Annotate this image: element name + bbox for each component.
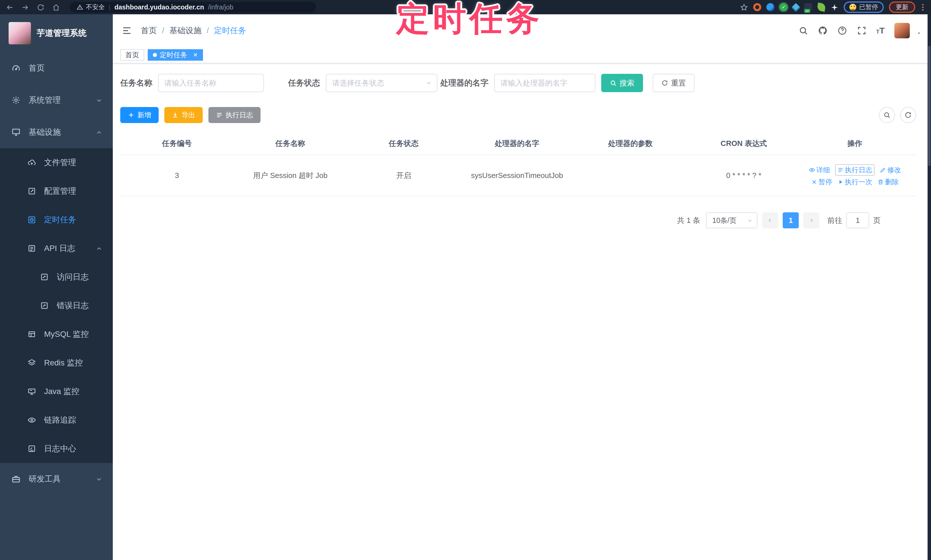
exec-log-button[interactable]: 执行日志: [208, 107, 260, 123]
fullscreen-icon[interactable]: [857, 26, 866, 35]
github-icon[interactable]: [818, 26, 828, 35]
close-icon[interactable]: ✕: [193, 51, 198, 58]
extension-switch-icon[interactable]: on: [804, 3, 812, 11]
export-button-label: 导出: [182, 111, 195, 120]
toggle-search-button[interactable]: [879, 107, 895, 123]
monitor-icon: [11, 128, 21, 137]
chevron-down-icon: [96, 97, 102, 104]
col-cron: CRON 表达式: [687, 138, 800, 149]
job-status-select[interactable]: 请选择任务状态: [326, 74, 438, 92]
extension-sparkle-icon[interactable]: [831, 3, 839, 11]
row-exec-log-link[interactable]: 执行日志: [835, 164, 875, 176]
sidebar-item-home[interactable]: 首页: [0, 52, 113, 84]
sidebar-item-config-manage[interactable]: 配置管理: [0, 177, 113, 205]
sidebar-item-redis-monitor[interactable]: Redis 监控: [0, 349, 113, 377]
edit-link[interactable]: 修改: [880, 164, 901, 176]
delete-link[interactable]: 删除: [877, 177, 899, 186]
browser-forward-icon[interactable]: [21, 3, 29, 11]
sidebar-item-trace[interactable]: 链路追踪: [0, 406, 113, 434]
close-icon: [811, 179, 817, 185]
sidebar-item-system[interactable]: 系统管理: [0, 84, 113, 116]
refresh-table-button[interactable]: [900, 107, 916, 123]
tab-label: 首页: [125, 50, 139, 60]
sidebar-collapse-icon[interactable]: [122, 26, 132, 35]
address-bar[interactable]: 不安全 | dashboard.yudao.iocoder.cn/infra/j…: [70, 2, 316, 12]
sidebar-item-java-monitor[interactable]: Java 监控: [0, 377, 113, 406]
pause-link[interactable]: 暂停: [811, 177, 832, 186]
handler-name-input[interactable]: [494, 74, 595, 92]
breadcrumb-infra[interactable]: 基础设施: [170, 25, 202, 36]
search-button-label: 搜索: [620, 78, 634, 88]
page-number-1[interactable]: 1: [783, 212, 799, 228]
prev-page-button[interactable]: [762, 212, 778, 228]
help-icon[interactable]: [837, 26, 847, 35]
chevron-right-icon: [808, 217, 814, 223]
recorder-paused-badge[interactable]: 已暂停: [844, 2, 884, 13]
extension-orange-icon[interactable]: [753, 3, 761, 11]
browser-extensions-area: ✓ on 已暂停 更新: [740, 2, 925, 13]
cell-actions: 详细 执行日志 修改 暂停 执行一次 删除: [800, 163, 909, 188]
chrome-update-button[interactable]: 更新: [889, 2, 915, 13]
refresh-icon: [661, 80, 668, 86]
chevron-up-icon: [96, 245, 102, 252]
page-scrollbar[interactable]: [928, 14, 931, 560]
reset-button[interactable]: 重置: [653, 74, 695, 92]
export-button[interactable]: 导出: [164, 107, 203, 123]
run-once-link[interactable]: 执行一次: [837, 177, 872, 186]
page-size-select[interactable]: 10条/页: [706, 212, 757, 228]
page-unit-label: 页: [873, 215, 881, 226]
java-monitor-icon: [28, 387, 36, 396]
emoji-face-icon: [849, 4, 856, 11]
cell-job-status: 开启: [347, 171, 460, 180]
browser-back-icon[interactable]: [6, 3, 14, 11]
sidebar-item-mysql-monitor[interactable]: MySQL 监控: [0, 320, 113, 349]
goto-page-input[interactable]: [846, 212, 869, 228]
layers-icon: [28, 358, 36, 367]
caret-down-icon[interactable]: [916, 28, 922, 34]
search-icon: [883, 111, 891, 119]
sidebar-item-label: 基础设施: [29, 127, 61, 138]
tab-scheduled-task[interactable]: 定时任务 ✕: [148, 49, 203, 61]
extension-gem-icon[interactable]: [791, 3, 800, 12]
sidebar-item-dev-tools[interactable]: 研发工具: [0, 463, 113, 495]
sidebar-item-scheduled-task[interactable]: 定时任务: [0, 205, 113, 234]
browser-toolbar: 不安全 | dashboard.yudao.iocoder.cn/infra/j…: [0, 0, 931, 14]
active-dot-icon: [153, 53, 157, 57]
app-logo-row[interactable]: 芋道管理系统: [0, 14, 113, 52]
sidebar-item-error-log[interactable]: 错误日志: [0, 291, 113, 320]
extension-blue-icon[interactable]: [766, 3, 774, 11]
extension-green-icon[interactable]: ✓: [780, 3, 788, 11]
next-page-button[interactable]: [803, 212, 819, 228]
detail-link[interactable]: 详细: [809, 164, 830, 176]
sidebar-item-infra[interactable]: 基础设施: [0, 116, 113, 148]
browser-home-icon[interactable]: [52, 3, 60, 11]
user-avatar[interactable]: [894, 23, 910, 38]
job-page: 任务名称 任务状态 请选择任务状态 处理器的名字 搜索 重置: [120, 74, 916, 228]
breadcrumb-home[interactable]: 首页: [141, 25, 157, 36]
security-indicator[interactable]: 不安全: [77, 3, 105, 11]
search-icon[interactable]: [798, 26, 808, 35]
url-divider: |: [109, 3, 111, 11]
main-content: 首页 / 基础设施 / 定时任务 TT 首页 定时任务 ✕: [113, 14, 931, 560]
chevron-down-icon: [747, 217, 753, 223]
right-toolbar: [879, 107, 916, 123]
sidebar-item-access-log[interactable]: 访问日志: [0, 263, 113, 291]
chevron-left-icon: [767, 217, 773, 223]
goto-page: 前往 页: [827, 212, 881, 228]
sidebar-item-api-log[interactable]: API 日志: [0, 234, 113, 263]
sidebar-item-log-center[interactable]: 日志中心: [0, 434, 113, 463]
browser-menu-icon[interactable]: [920, 4, 925, 11]
font-size-icon[interactable]: TT: [876, 26, 885, 35]
browser-reload-icon[interactable]: [37, 3, 45, 11]
job-name-input[interactable]: [158, 74, 264, 92]
extension-leaf-icon[interactable]: [817, 3, 826, 12]
bookmark-star-icon[interactable]: [740, 3, 748, 11]
app-title: 芋道管理系统: [37, 28, 86, 39]
sidebar-item-file-manage[interactable]: 文件管理: [0, 148, 113, 177]
breadcrumb-current: 定时任务: [214, 25, 246, 36]
search-button[interactable]: 搜索: [601, 74, 643, 92]
add-button[interactable]: 新增: [120, 107, 159, 123]
tags-view-bar: 首页 定时任务 ✕: [113, 47, 931, 63]
tab-home[interactable]: 首页: [120, 49, 144, 61]
scrollbar-thumb[interactable]: [928, 46, 930, 166]
